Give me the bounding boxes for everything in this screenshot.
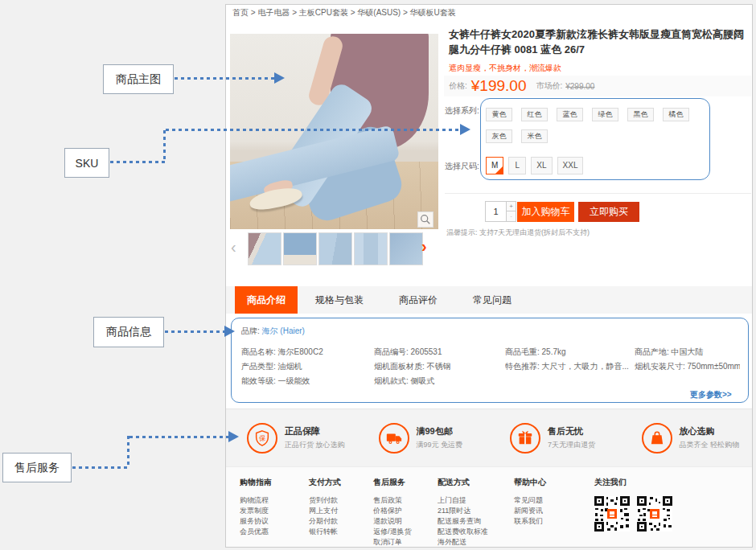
gift-icon — [510, 423, 540, 454]
sku-size-label: 选择尺码: — [445, 161, 479, 172]
color-chip[interactable]: 灰色 — [486, 129, 512, 143]
price-row: 价格: ¥199.00 市场价: ¥299.00 — [444, 76, 751, 96]
size-chip-selected[interactable]: M — [486, 157, 503, 174]
footer-column-help-center: 帮助中心 常见问题 新闻资讯 联系我们 — [514, 467, 594, 547]
size-chip[interactable]: XL — [531, 157, 552, 174]
color-chip[interactable]: 红色 — [521, 108, 548, 121]
product-thumbnail[interactable] — [354, 232, 388, 265]
footer-link[interactable]: 银行转帐 — [309, 527, 373, 537]
footer-link[interactable]: 分期付款 — [309, 516, 373, 527]
tab-faq[interactable]: 常见问题 — [455, 286, 529, 314]
annotation-dotted-line — [175, 77, 274, 80]
footer-link[interactable]: 211限时达 — [438, 506, 514, 516]
footer-column-title: 配送方式 — [438, 477, 514, 488]
footer-link[interactable]: 网上支付 — [309, 506, 373, 516]
annotation-dotted-line — [110, 161, 165, 163]
color-chip[interactable]: 米色 — [521, 129, 548, 143]
color-chip[interactable]: 蓝色 — [557, 108, 583, 121]
color-chip[interactable]: 黄色 — [486, 108, 512, 121]
footer-link[interactable]: 新闻资讯 — [514, 506, 594, 516]
color-chip[interactable]: 绿色 — [592, 108, 618, 121]
product-attributes-grid: 商品名称: 海尔E800C2 商品编号: 2605531 商品毛重: 25.7k… — [241, 347, 740, 386]
tab-spec-packaging[interactable]: 规格与包装 — [298, 286, 381, 314]
gallery-prev-arrow[interactable]: ‹ — [231, 239, 236, 255]
shield-icon: 保 — [247, 423, 277, 454]
more-params-link[interactable]: 更多参数>> — [690, 389, 732, 400]
service-item-free-shipping: 满99包邮 满99元 免运费 — [358, 409, 490, 466]
annotation-arrow-icon — [224, 326, 235, 337]
add-to-cart-button[interactable]: 加入购物车 — [517, 202, 574, 222]
size-chip[interactable]: XXL — [557, 157, 584, 174]
service-item-easy-shopping: 放心选购 品类齐全 轻松购物 — [621, 409, 753, 466]
product-thumbnail[interactable] — [248, 232, 281, 265]
purchase-tip: 温馨提示: 支持7天无理由退货(拆封后不支持) — [446, 228, 590, 238]
quantity-increase-button[interactable]: + — [507, 201, 516, 211]
footer-link[interactable]: 服务协议 — [240, 516, 309, 527]
annotation-dotted-line — [127, 436, 129, 468]
footer-link[interactable]: 退款说明 — [373, 516, 438, 527]
footer-link[interactable]: 货到付款 — [309, 495, 373, 506]
thumbnail-strip — [248, 232, 423, 265]
annotation-dotted-line — [129, 436, 228, 438]
footer-link[interactable]: 发票制度 — [240, 506, 309, 516]
footer-link[interactable]: 售后政策 — [373, 495, 438, 506]
zoom-magnifier-icon[interactable] — [417, 211, 433, 228]
footer-link[interactable]: 海外配送 — [438, 537, 514, 548]
attribute-cell: 特色推荐: 大尺寸，大吸力，静音... — [505, 361, 635, 371]
quantity-input[interactable] — [485, 201, 507, 222]
size-options-row: M L XL XXL — [486, 157, 583, 174]
footer-link[interactable]: 配送费收取标准 — [438, 527, 514, 537]
attribute-cell: 商品名称: 海尔E800C2 — [241, 347, 374, 357]
qr-code-icon — [594, 496, 630, 532]
product-title: 女裤牛仔裤女2020夏季新款泫雅长裤女韩版显瘦直筒宽松高腰阔腿九分牛仔裤 008… — [449, 27, 751, 57]
tab-product-intro[interactable]: 商品介绍 — [235, 286, 298, 314]
brand-link[interactable]: 海尔 (Haier) — [262, 326, 305, 335]
footer-link[interactable]: 上门自提 — [438, 495, 514, 506]
color-chip[interactable]: 橘色 — [663, 108, 689, 121]
footer-link[interactable]: 配送服务查询 — [438, 516, 514, 527]
annotation-after-sales: 售后服务 — [2, 453, 72, 482]
svg-text:保: 保 — [259, 435, 265, 442]
product-thumbnail[interactable] — [318, 232, 352, 265]
attribute-cell: 能效等级: 一级能效 — [241, 376, 374, 386]
page: 首页 > 电子电器 > 主板CPU套装 > 华硕(ASUS) > 华硕板U套装 … — [0, 0, 756, 550]
breadcrumb[interactable]: 首页 > 电子电器 > 主板CPU套装 > 华硕(ASUS) > 华硕板U套装 — [232, 7, 456, 18]
color-options-row-1: 黄色 红色 蓝色 绿色 黑色 橘色 — [486, 108, 689, 121]
product-thumbnail[interactable] — [389, 232, 423, 265]
gallery-next-arrow[interactable]: › — [421, 238, 427, 254]
site-footer: 购物指南 购物流程 发票制度 服务协议 会员优惠 支付方式 货到付款 网上支付 … — [226, 466, 752, 547]
footer-link[interactable]: 返修/退换货 — [373, 527, 438, 537]
footer-link[interactable]: 常见问题 — [514, 495, 594, 506]
footer-link[interactable]: 联系我们 — [514, 516, 594, 527]
service-item-after-sales: 售后无忧 7天无理由退货 — [489, 409, 621, 466]
footer-link[interactable]: 购物流程 — [240, 495, 309, 506]
service-desc: 满99元 免运费 — [417, 440, 463, 450]
footer-column-shopping-guide: 购物指南 购物流程 发票制度 服务协议 会员优惠 — [240, 467, 309, 547]
annotation-dotted-line — [166, 129, 460, 131]
footer-column-delivery: 配送方式 上门自提 211限时达 配送服务查询 配送费收取标准 海外配送 — [438, 467, 514, 547]
footer-link[interactable]: 价格保护 — [373, 506, 438, 516]
annotation-dotted-line — [163, 130, 166, 162]
color-chip[interactable]: 黑色 — [627, 108, 654, 121]
footer-link[interactable]: 会员优惠 — [240, 527, 309, 537]
tab-reviews[interactable]: 商品评价 — [381, 286, 455, 314]
attribute-cell: 烟机安装尺寸: 750mm±50mm (烟... — [635, 361, 740, 371]
buy-now-button[interactable]: 立即购买 — [578, 202, 639, 222]
product-promo-text: 遮肉显瘦，不挑身材，潮流爆款 — [449, 63, 561, 74]
market-price-value: ¥299.00 — [565, 82, 594, 91]
attribute-cell: 商品毛重: 25.7kg — [505, 347, 635, 357]
brand-label: 品牌: — [241, 326, 260, 335]
footer-link[interactable]: 取消订单 — [373, 537, 438, 548]
footer-column-title: 售后服务 — [373, 477, 438, 488]
service-title: 放心选购 — [680, 425, 740, 437]
size-chip[interactable]: L — [508, 157, 526, 174]
footer-column-follow-us: 关注我们 — [594, 467, 672, 547]
quantity-decrease-button[interactable]: - — [507, 211, 516, 222]
footer-column-payment: 支付方式 货到付款 网上支付 分期付款 银行转帐 — [309, 467, 373, 547]
product-thumbnail[interactable] — [283, 232, 317, 265]
product-main-image[interactable] — [230, 34, 438, 229]
annotation-arrow-icon — [274, 72, 285, 84]
attribute-cell: 产品类型: 油烟机 — [241, 361, 374, 371]
attribute-cell: 烟机面板材质: 不锈钢 — [374, 361, 505, 371]
color-options-row-2: 灰色 米色 — [486, 129, 548, 143]
